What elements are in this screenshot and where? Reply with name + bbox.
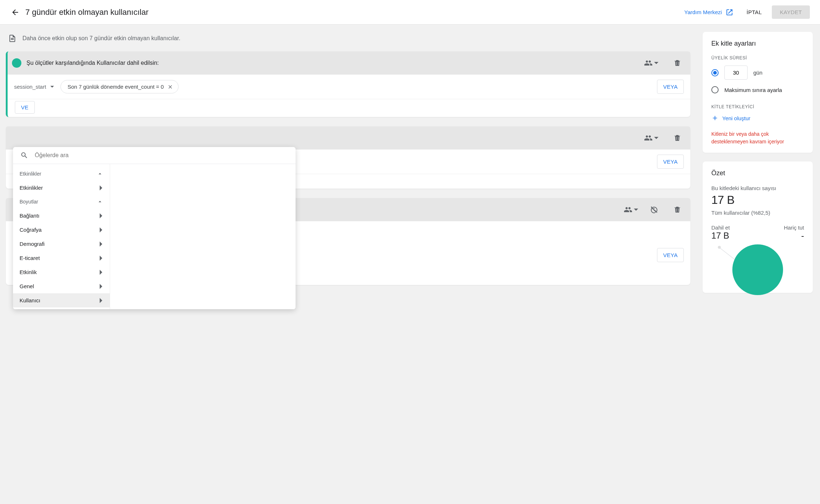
dropdown-item[interactable]: Kullanıcı — [13, 293, 110, 307]
dropdown-item[interactable]: Etkinlik — [13, 265, 110, 279]
duration-max-label: Maksimum sınıra ayarla — [724, 87, 782, 93]
or-button[interactable]: VEYA — [657, 248, 684, 262]
remove-param-button[interactable] — [167, 84, 173, 90]
scope-selector[interactable] — [622, 203, 640, 216]
duration-suffix: gün — [753, 70, 762, 76]
dropdown-group-header[interactable]: Etkinlikler — [13, 167, 110, 181]
sequence-toggle-button[interactable] — [648, 203, 661, 216]
help-center-link[interactable]: Yardım Merkezi — [684, 8, 733, 16]
or-button[interactable]: VEYA — [657, 155, 684, 169]
timer-off-icon — [650, 205, 658, 214]
include-indicator-dot — [12, 58, 21, 68]
main-column: Daha önce etkin olup son 7 gündür etkin … — [0, 25, 701, 504]
audience-settings-panel: Ek kitle ayarları ÜYELİK SÜRESİ gün Maks… — [703, 32, 813, 153]
exclude-value: - — [784, 231, 804, 241]
trash-icon — [673, 59, 682, 67]
dropdown-arrow-icon — [634, 207, 638, 212]
item-picker-dropdown: EtkinliklerEtkinliklerBoyutlarBağlantıCo… — [13, 147, 296, 309]
save-button[interactable]: KAYDET — [772, 5, 810, 19]
dropdown-item[interactable]: Coğrafya — [13, 223, 110, 237]
or-button[interactable]: VEYA — [657, 80, 684, 94]
duration-radio-row: gün — [711, 66, 804, 80]
back-button[interactable] — [7, 4, 24, 21]
dropdown-category-list[interactable]: EtkinliklerEtkinliklerBoyutlarBağlantıCo… — [13, 164, 110, 309]
event-name: session_start — [14, 84, 46, 90]
card-title-suffix: dahil edilsin: — [125, 60, 159, 66]
trash-icon — [673, 205, 682, 214]
card-header — [6, 126, 690, 150]
plus-icon — [711, 114, 719, 122]
delete-card-button[interactable] — [671, 203, 684, 216]
include-venn-circle — [732, 244, 783, 295]
delete-card-button[interactable] — [671, 131, 684, 144]
help-center-label: Yardım Merkezi — [684, 9, 722, 15]
summary-panel: Özet Bu kitledeki kullanıcı sayısı 17 B … — [703, 161, 813, 293]
people-icon — [644, 59, 653, 67]
param-chip-text: Son 7 günlük dönemde event_count = 0 — [67, 84, 164, 90]
page-header: 7 gündür etkin olmayan kullanıcılar Yard… — [0, 0, 820, 25]
include-condition-card: Şu ölçütler karşılandığında Kullanıcılar… — [6, 51, 690, 117]
open-in-new-icon — [725, 8, 733, 16]
side-column: Ek kitle ayarları ÜYELİK SÜRESİ gün Maks… — [701, 25, 820, 504]
search-icon — [20, 151, 28, 159]
and-row: VE — [8, 99, 690, 117]
dropdown-detail-pane — [110, 164, 296, 309]
include-label: Dahil et — [711, 224, 730, 231]
people-icon — [644, 134, 653, 142]
duration-max-row: Maksimum sınıra ayarla — [711, 86, 804, 93]
dropdown-item[interactable]: Genel — [13, 279, 110, 293]
duration-max-radio[interactable] — [711, 86, 719, 93]
dropdown-item[interactable]: Etkinlikler — [13, 181, 110, 195]
trash-icon — [673, 134, 682, 142]
scope-selector[interactable] — [642, 56, 661, 70]
close-icon — [167, 84, 173, 90]
event-selector[interactable]: session_start — [14, 82, 54, 91]
arrow-back-icon — [11, 8, 20, 17]
summary-include-exclude-row: Dahil et 17 B Hariç tut - — [711, 224, 804, 241]
scope-selector[interactable] — [642, 131, 661, 144]
card-title-bold: Kullanıcılar — [97, 60, 125, 66]
cancel-button[interactable]: İPTAL — [746, 9, 762, 15]
dropdown-group-header[interactable]: Boyutlar — [13, 195, 110, 209]
dropdown-item[interactable]: E-ticaret — [13, 251, 110, 265]
and-button[interactable]: VE — [15, 101, 35, 114]
settings-title: Ek kitle ayarları — [711, 40, 804, 47]
description-row: Daha önce etkin olup son 7 gündür etkin … — [6, 32, 690, 51]
dropdown-arrow-icon — [654, 136, 658, 140]
dropdown-search-row — [13, 147, 296, 164]
summary-users-value: 17 B — [711, 193, 804, 207]
settings-error-text: Kitleniz bir veya daha çok desteklenmeye… — [711, 130, 804, 146]
dropdown-arrow-icon — [654, 61, 658, 65]
audience-trigger-label: KİTLE TETİKLEYİCİ — [711, 104, 804, 109]
duration-fixed-radio[interactable] — [711, 69, 719, 76]
people-icon — [624, 205, 632, 214]
search-input[interactable] — [35, 152, 288, 159]
description-icon — [8, 34, 17, 43]
dropdown-arrow-icon — [50, 86, 54, 88]
card-header-title: Şu ölçütler karşılandığında Kullanıcılar… — [26, 60, 637, 66]
page-title: 7 gündür etkin olmayan kullanıcılar — [25, 8, 148, 17]
new-trigger-label: Yeni oluştur — [722, 115, 750, 121]
card-header: Şu ölçütler karşılandığında Kullanıcılar… — [8, 51, 690, 75]
new-trigger-button[interactable]: Yeni oluştur — [711, 114, 804, 122]
duration-input[interactable] — [724, 66, 748, 80]
card-title-prefix: Şu ölçütler karşılandığında — [26, 60, 97, 66]
summary-title: Özet — [711, 169, 804, 177]
criteria-row: session_start Son 7 günlük dönemde event… — [8, 75, 690, 99]
summary-venn — [711, 244, 804, 286]
dropdown-item[interactable]: Demografi — [13, 237, 110, 251]
include-value: 17 B — [711, 231, 730, 241]
parameter-chip[interactable]: Son 7 günlük dönemde event_count = 0 — [60, 80, 179, 93]
summary-all-users: Tüm kullanıcılar (%82,5) — [711, 210, 804, 216]
membership-duration-label: ÜYELİK SÜRESİ — [711, 55, 804, 60]
dropdown-item[interactable]: Bağlantı — [13, 209, 110, 223]
delete-card-button[interactable] — [671, 56, 684, 70]
exclude-label: Hariç tut — [784, 224, 804, 231]
summary-users-label: Bu kitledeki kullanıcı sayısı — [711, 185, 804, 191]
description-text[interactable]: Daha önce etkin olup son 7 gündür etkin … — [22, 35, 180, 42]
